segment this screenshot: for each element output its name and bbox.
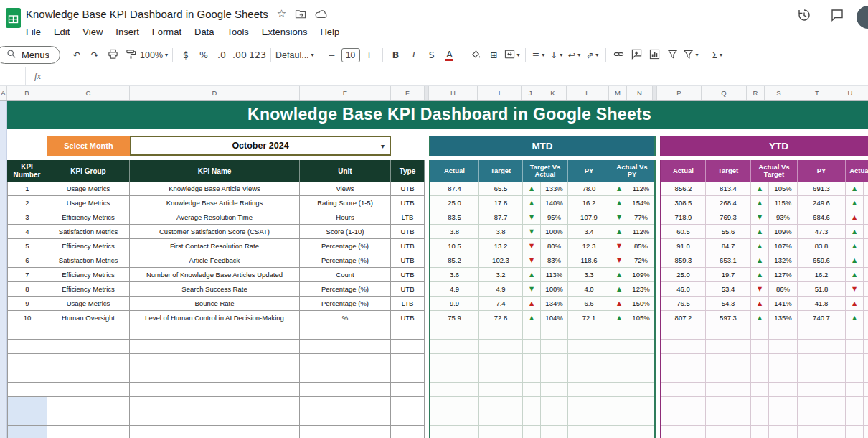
- empty-cell[interactable]: [7, 340, 47, 354]
- cell-mtd-target-vs-actual[interactable]: 100%: [541, 282, 568, 297]
- column-a-cell[interactable]: [0, 129, 7, 136]
- cell-ytd-actual-vs-py[interactable]: 130%: [864, 253, 868, 268]
- cell-unit[interactable]: Hours: [300, 210, 391, 225]
- cell-mtd-actual-vs-py[interactable]: 77%: [628, 210, 654, 225]
- cell-kpi-name[interactable]: Number of Knowledge Base Articles Update…: [130, 268, 300, 282]
- menu-extensions[interactable]: Extensions: [255, 24, 314, 39]
- cell-mtd-actual[interactable]: 85.2: [430, 253, 479, 268]
- column-a-cell[interactable]: [0, 354, 7, 368]
- column-a-cell[interactable]: [0, 383, 7, 397]
- increase-font-size-button[interactable]: +: [361, 46, 378, 64]
- empty-cell[interactable]: [479, 383, 523, 397]
- empty-cell[interactable]: [300, 340, 391, 354]
- menu-data[interactable]: Data: [188, 24, 220, 39]
- empty-cell[interactable]: [47, 426, 130, 438]
- column-header-m[interactable]: M: [609, 86, 627, 100]
- empty-cell[interactable]: [130, 397, 300, 411]
- cell-mtd-target[interactable]: 3.8: [479, 225, 523, 239]
- cell-kpi-group[interactable]: Efficiency Metrics: [47, 210, 130, 225]
- column-a-cell[interactable]: [0, 196, 7, 210]
- cell-kpi-group[interactable]: Usage Metrics: [47, 196, 130, 210]
- cell-mtd-target[interactable]: 3.2: [479, 268, 523, 282]
- cell-mtd-actual[interactable]: 75.9: [430, 311, 479, 325]
- menu-insert[interactable]: Insert: [109, 24, 146, 39]
- cell-mtd-py[interactable]: 107.9: [568, 210, 610, 225]
- cell-ytd-target[interactable]: 53.4: [706, 282, 751, 297]
- empty-cell[interactable]: [661, 368, 706, 383]
- empty-cell[interactable]: [430, 354, 479, 368]
- empty-cell[interactable]: [391, 325, 425, 340]
- cell-mtd-target-vs-actual[interactable]: 95%: [541, 210, 568, 225]
- empty-cell[interactable]: [628, 383, 654, 397]
- empty-cell[interactable]: [568, 368, 610, 383]
- cell-unit[interactable]: %: [300, 311, 391, 325]
- cell-kpi-number[interactable]: 1: [7, 182, 47, 196]
- empty-cell[interactable]: [479, 397, 523, 411]
- empty-cell[interactable]: [864, 368, 868, 383]
- menu-tools[interactable]: Tools: [220, 24, 255, 39]
- empty-cell[interactable]: [798, 340, 846, 354]
- empty-cell[interactable]: [751, 426, 769, 438]
- empty-cell[interactable]: [391, 397, 425, 411]
- empty-cell[interactable]: [751, 354, 769, 368]
- empty-cell[interactable]: [7, 368, 47, 383]
- create-filter-button[interactable]: [664, 46, 681, 64]
- empty-cell[interactable]: [47, 368, 130, 383]
- cell-ytd-py[interactable]: 41.8: [798, 297, 846, 311]
- empty-cell[interactable]: [661, 383, 706, 397]
- cell-ytd-py[interactable]: 16.2: [798, 268, 846, 282]
- column-header-r[interactable]: R: [747, 86, 765, 100]
- empty-cell[interactable]: [864, 354, 868, 368]
- empty-cell[interactable]: [751, 325, 769, 340]
- cell-ytd-py[interactable]: 691.3: [798, 182, 846, 196]
- cell-type[interactable]: UTB: [391, 268, 425, 282]
- cell-mtd-target[interactable]: 4.9: [479, 282, 523, 297]
- empty-cell[interactable]: [541, 383, 568, 397]
- empty-cell[interactable]: [706, 397, 751, 411]
- cell-mtd-py[interactable]: 3.3: [568, 268, 610, 282]
- cell-mtd-target[interactable]: 65.5: [479, 182, 523, 196]
- column-header-f[interactable]: F: [391, 86, 425, 100]
- cell-kpi-number[interactable]: 5: [7, 239, 47, 253]
- cell-ytd-target[interactable]: 597.3: [706, 311, 751, 325]
- cell-mtd-target[interactable]: 102.3: [479, 253, 523, 268]
- cloud-saved-icon[interactable]: [315, 9, 328, 19]
- cell-ytd-actual-vs-target[interactable]: 109%: [769, 225, 798, 239]
- cell-mtd-actual[interactable]: 3.8: [430, 225, 479, 239]
- cell-ytd-py[interactable]: 684.6: [798, 210, 846, 225]
- empty-cell[interactable]: [523, 325, 541, 340]
- empty-cell[interactable]: [628, 411, 654, 426]
- cell-ytd-target[interactable]: 19.7: [706, 268, 751, 282]
- empty-cell[interactable]: [864, 411, 868, 426]
- empty-cell[interactable]: [846, 411, 864, 426]
- empty-cell[interactable]: [769, 368, 798, 383]
- empty-cell[interactable]: [430, 325, 479, 340]
- functions-button[interactable]: Σ▾: [709, 46, 726, 64]
- horizontal-align-button[interactable]: ≡▾: [530, 46, 547, 64]
- cell-kpi-name[interactable]: Search Success Rate: [130, 282, 300, 297]
- empty-cell[interactable]: [541, 411, 568, 426]
- cell-mtd-actual[interactable]: 83.5: [430, 210, 479, 225]
- move-to-folder-icon[interactable]: [295, 9, 306, 19]
- cell-ytd-target[interactable]: 55.6: [706, 225, 751, 239]
- empty-cell[interactable]: [798, 354, 846, 368]
- cell-kpi-group[interactable]: Usage Metrics: [47, 182, 130, 196]
- google-sheets-logo[interactable]: [5, 7, 22, 32]
- empty-cell[interactable]: [523, 368, 541, 383]
- cell-ytd-actual[interactable]: 807.2: [661, 311, 706, 325]
- empty-cell[interactable]: [798, 411, 846, 426]
- cell-type[interactable]: UTB: [391, 182, 425, 196]
- empty-cell[interactable]: [7, 383, 47, 397]
- cell-ytd-actual-vs-py[interactable]: 105%: [864, 210, 868, 225]
- empty-cell[interactable]: [479, 354, 523, 368]
- cell-kpi-group[interactable]: Human Oversight: [47, 311, 130, 325]
- empty-cell[interactable]: [610, 354, 628, 368]
- cell-ytd-target[interactable]: 653.1: [706, 253, 751, 268]
- cell-mtd-actual[interactable]: 9.9: [430, 297, 479, 311]
- empty-cell[interactable]: [568, 411, 610, 426]
- column-header-q[interactable]: Q: [702, 86, 747, 100]
- empty-cell[interactable]: [130, 354, 300, 368]
- empty-cell[interactable]: [541, 426, 568, 438]
- empty-cell[interactable]: [706, 368, 751, 383]
- empty-cell[interactable]: [846, 340, 864, 354]
